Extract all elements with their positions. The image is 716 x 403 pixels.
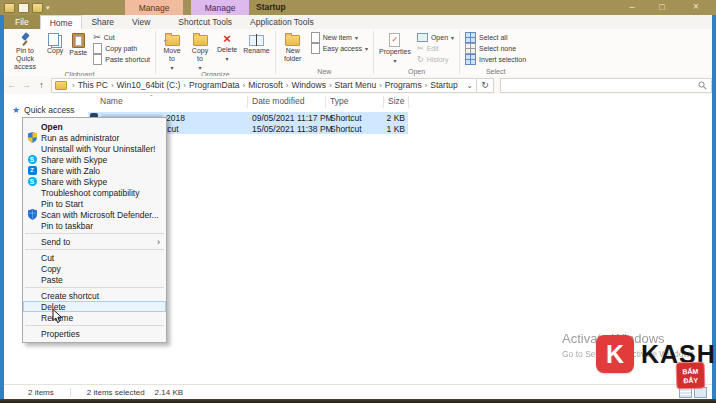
delete-icon: ×: [223, 33, 231, 45]
selected-count: 2 items selected: [87, 388, 145, 397]
menu-item-paste[interactable]: Paste: [23, 274, 166, 285]
column-name[interactable]: Name: [100, 96, 123, 106]
folder-icon[interactable]: [4, 3, 15, 13]
menu-item-share-with-skype-2[interactable]: S Share with Skype: [23, 176, 166, 187]
rename-button[interactable]: Rename: [240, 30, 272, 55]
status-bar: 2 items 2 items selected 2.14 KB: [4, 384, 712, 399]
paste-shortcut-icon: [93, 54, 102, 65]
move-to-button[interactable]: ← Move to ▾: [158, 30, 186, 71]
kashi-logo-icon: K: [596, 335, 634, 373]
uac-shield-icon: [26, 132, 38, 143]
pin-to-quick-access-button[interactable]: Pin to Quick access: [6, 30, 44, 71]
column-divider[interactable]: [408, 96, 409, 108]
open-button[interactable]: Open ▾: [414, 32, 457, 43]
defender-icon: [26, 209, 38, 220]
paste-shortcut-button[interactable]: Paste shortcut: [90, 54, 153, 65]
tab-share[interactable]: Share: [82, 15, 123, 29]
open-group-label: Open: [408, 68, 425, 76]
breadcrumb-programdata[interactable]: ProgramData: [187, 80, 242, 90]
skype-icon: S: [28, 177, 37, 186]
menu-separator: [25, 325, 164, 326]
menu-item-share-with-zalo[interactable]: Z Share with Zalo: [23, 165, 166, 176]
tab-home[interactable]: Home: [40, 15, 83, 29]
menu-item-delete[interactable]: Delete: [23, 301, 166, 312]
menu-item-run-as-administrator[interactable]: Run as administrator: [23, 132, 166, 143]
tab-view[interactable]: View: [123, 15, 159, 29]
delete-button[interactable]: × Delete ▾: [214, 30, 240, 62]
column-date-modified[interactable]: Date modified: [252, 96, 304, 106]
skype-icon: S: [28, 155, 37, 164]
submenu-arrow-icon: ›: [157, 237, 160, 247]
breadcrumb-startup[interactable]: Startup: [428, 80, 459, 90]
new-item-icon: [311, 32, 320, 43]
menu-item-pin-to-taskbar[interactable]: Pin to taskbar: [23, 220, 166, 231]
column-divider[interactable]: [325, 96, 326, 108]
menu-item-uninstall[interactable]: Uninstall with Your Uninstaller!: [23, 143, 166, 154]
tab-application-tools[interactable]: Application Tools: [241, 15, 323, 29]
back-icon[interactable]: ←: [4, 80, 19, 90]
address-bar: ← → ↑ › This PC › Win10_64bit (C:) › Pro…: [4, 76, 712, 94]
dropdown-arrow-icon: ▾: [355, 34, 358, 41]
column-divider[interactable]: [247, 96, 248, 108]
invert-selection-button[interactable]: Invert selection: [462, 54, 529, 65]
column-divider[interactable]: [383, 96, 384, 108]
menu-item-rename[interactable]: Rename: [23, 312, 166, 323]
menu-item-copy[interactable]: Copy: [23, 263, 166, 274]
copy-path-button[interactable]: Copy path: [90, 43, 153, 54]
search-input[interactable]: [500, 78, 712, 93]
cut-button[interactable]: ✂ Cut: [90, 32, 153, 43]
new-folder-button[interactable]: New folder: [278, 30, 308, 63]
select-none-button[interactable]: Select none: [462, 43, 529, 54]
breadcrumb-drive[interactable]: Win10_64bit (C:): [115, 80, 183, 90]
menu-item-send-to[interactable]: Send to ›: [23, 236, 166, 247]
new-group: New folder New item ▾ Easy access ▾ New: [276, 29, 373, 76]
easy-access-button[interactable]: Easy access ▾: [308, 43, 371, 54]
tab-file[interactable]: File: [4, 15, 40, 29]
minimize-button[interactable]: –: [620, 0, 644, 15]
properties-button[interactable]: ✓ Properties ▾: [376, 30, 414, 64]
menu-item-share-with-skype[interactable]: S Share with Skype: [23, 154, 166, 165]
breadcrumb-programs[interactable]: Programs: [383, 80, 424, 90]
customize-toolbar-dropdown-icon[interactable]: ▾: [46, 4, 50, 11]
breadcrumb-start-menu[interactable]: Start Menu: [333, 80, 379, 90]
copy-path-icon: [93, 43, 102, 54]
column-size[interactable]: Size: [388, 96, 405, 106]
menu-item-open[interactable]: Open: [23, 121, 166, 132]
menu-item-pin-to-start[interactable]: Pin to Start: [23, 198, 166, 209]
menu-label: Run as administrator: [41, 133, 119, 143]
menu-label: Share with Zalo: [41, 166, 100, 176]
column-type[interactable]: Type: [330, 96, 348, 106]
new-item-button[interactable]: New item ▾: [308, 32, 371, 43]
breadcrumb[interactable]: › This PC › Win10_64bit (C:) › ProgramDa…: [51, 78, 477, 93]
close-button[interactable]: ×: [684, 0, 708, 15]
select-all-button[interactable]: Select all: [462, 32, 529, 43]
copy-to-button[interactable]: Copy to ▾: [186, 30, 214, 71]
menu-item-cut[interactable]: Cut: [23, 252, 166, 263]
sidebar-item-quick-access[interactable]: ★ Quick access: [12, 105, 75, 115]
breadcrumb-windows[interactable]: Windows: [289, 80, 327, 90]
refresh-icon[interactable]: ↻: [477, 78, 494, 93]
column-headers: Name ˆ Date modified Type Size: [88, 96, 410, 108]
breadcrumb-microsoft[interactable]: Microsoft: [246, 80, 284, 90]
easy-access-label: Easy access: [323, 45, 362, 52]
history-button[interactable]: ↻ History: [414, 54, 457, 65]
forward-icon[interactable]: →: [19, 80, 34, 90]
new-folder-shortcut-icon[interactable]: [32, 3, 43, 13]
breadcrumb-this-pc[interactable]: This PC: [76, 80, 110, 90]
properties-shortcut-icon[interactable]: [18, 3, 29, 13]
click-here-badge[interactable]: BẤM ĐÂY: [676, 362, 706, 390]
menu-item-properties[interactable]: Properties: [23, 328, 166, 339]
address-dropdown-icon[interactable]: ⌄: [466, 81, 473, 90]
move-to-label: Move to: [161, 47, 183, 63]
maximize-button[interactable]: □: [650, 0, 674, 15]
menu-item-create-shortcut[interactable]: Create shortcut: [23, 290, 166, 301]
paste-button[interactable]: Paste: [66, 30, 90, 57]
copy-button[interactable]: Copy: [44, 30, 66, 55]
menu-item-troubleshoot-compatibility[interactable]: Troubleshoot compatibility: [23, 187, 166, 198]
select-all-label: Select all: [479, 34, 507, 41]
tab-shortcut-tools[interactable]: Shortcut Tools: [169, 15, 241, 29]
menu-item-scan-with-defender[interactable]: Scan with Microsoft Defender...: [23, 209, 166, 220]
quick-access-toolbar: ▾: [0, 3, 50, 13]
up-icon[interactable]: ↑: [34, 80, 49, 90]
edit-button[interactable]: ✂ Edit: [414, 43, 457, 54]
